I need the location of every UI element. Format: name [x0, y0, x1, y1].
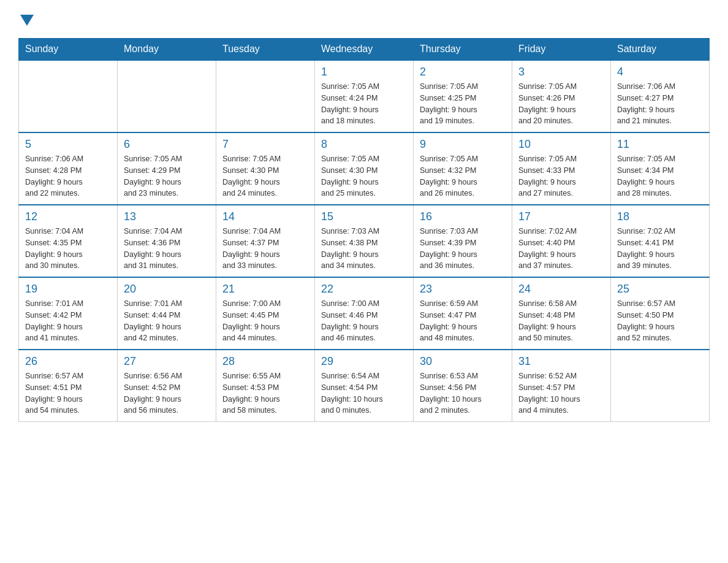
- day-info: Sunrise: 7:06 AM Sunset: 4:28 PM Dayligh…: [25, 153, 111, 199]
- week-row-2: 5Sunrise: 7:06 AM Sunset: 4:28 PM Daylig…: [19, 132, 710, 205]
- day-number: 13: [124, 210, 210, 223]
- day-number: 24: [518, 283, 604, 296]
- day-info: Sunrise: 7:04 AM Sunset: 4:37 PM Dayligh…: [222, 226, 308, 272]
- calendar-cell: 28Sunrise: 6:55 AM Sunset: 4:53 PM Dayli…: [216, 350, 315, 422]
- day-number: 29: [321, 355, 407, 368]
- day-number: 27: [124, 355, 210, 368]
- calendar-cell: 29Sunrise: 6:54 AM Sunset: 4:54 PM Dayli…: [315, 350, 414, 422]
- calendar-cell: [118, 60, 216, 132]
- day-number: 16: [420, 210, 506, 223]
- day-number: 10: [518, 138, 604, 151]
- day-number: 18: [617, 210, 703, 223]
- day-info: Sunrise: 7:03 AM Sunset: 4:39 PM Dayligh…: [420, 226, 506, 272]
- calendar-cell: 22Sunrise: 7:00 AM Sunset: 4:46 PM Dayli…: [315, 277, 414, 350]
- column-header-thursday: Thursday: [414, 39, 512, 61]
- day-number: 15: [321, 210, 407, 223]
- day-info: Sunrise: 6:58 AM Sunset: 4:48 PM Dayligh…: [518, 298, 604, 344]
- day-number: 19: [25, 283, 111, 296]
- calendar-cell: 14Sunrise: 7:04 AM Sunset: 4:37 PM Dayli…: [216, 205, 315, 277]
- day-number: 14: [222, 210, 308, 223]
- day-number: 20: [124, 283, 210, 296]
- calendar-cell: 18Sunrise: 7:02 AM Sunset: 4:41 PM Dayli…: [611, 205, 710, 277]
- calendar-cell: [19, 60, 118, 132]
- calendar-cell: 10Sunrise: 7:05 AM Sunset: 4:33 PM Dayli…: [512, 132, 611, 205]
- calendar-cell: 23Sunrise: 6:59 AM Sunset: 4:47 PM Dayli…: [414, 277, 512, 350]
- calendar-cell: [611, 350, 710, 422]
- calendar-cell: 25Sunrise: 6:57 AM Sunset: 4:50 PM Dayli…: [611, 277, 710, 350]
- day-number: 22: [321, 283, 407, 296]
- day-number: 23: [420, 283, 506, 296]
- day-number: 2: [420, 66, 506, 79]
- day-info: Sunrise: 7:00 AM Sunset: 4:46 PM Dayligh…: [321, 298, 407, 344]
- day-info: Sunrise: 7:05 AM Sunset: 4:29 PM Dayligh…: [124, 153, 210, 199]
- day-info: Sunrise: 6:57 AM Sunset: 4:50 PM Dayligh…: [617, 298, 703, 344]
- day-info: Sunrise: 6:52 AM Sunset: 4:57 PM Dayligh…: [518, 370, 604, 416]
- calendar-cell: 6Sunrise: 7:05 AM Sunset: 4:29 PM Daylig…: [118, 132, 216, 205]
- calendar-cell: 31Sunrise: 6:52 AM Sunset: 4:57 PM Dayli…: [512, 350, 611, 422]
- column-header-wednesday: Wednesday: [315, 39, 414, 61]
- day-info: Sunrise: 7:01 AM Sunset: 4:42 PM Dayligh…: [25, 298, 111, 344]
- day-info: Sunrise: 7:05 AM Sunset: 4:25 PM Dayligh…: [420, 81, 506, 127]
- calendar-cell: 5Sunrise: 7:06 AM Sunset: 4:28 PM Daylig…: [19, 132, 118, 205]
- calendar-cell: 8Sunrise: 7:05 AM Sunset: 4:30 PM Daylig…: [315, 132, 414, 205]
- day-number: 6: [124, 138, 210, 151]
- day-number: 4: [617, 66, 703, 79]
- day-info: Sunrise: 7:03 AM Sunset: 4:38 PM Dayligh…: [321, 226, 407, 272]
- week-row-1: 1Sunrise: 7:05 AM Sunset: 4:24 PM Daylig…: [19, 60, 710, 132]
- calendar-cell: 11Sunrise: 7:05 AM Sunset: 4:34 PM Dayli…: [611, 132, 710, 205]
- day-number: 1: [321, 66, 407, 79]
- day-info: Sunrise: 7:00 AM Sunset: 4:45 PM Dayligh…: [222, 298, 308, 344]
- column-header-saturday: Saturday: [611, 39, 710, 61]
- calendar-cell: 9Sunrise: 7:05 AM Sunset: 4:32 PM Daylig…: [414, 132, 512, 205]
- day-info: Sunrise: 7:05 AM Sunset: 4:34 PM Dayligh…: [617, 153, 703, 199]
- calendar-cell: 20Sunrise: 7:01 AM Sunset: 4:44 PM Dayli…: [118, 277, 216, 350]
- calendar-cell: 12Sunrise: 7:04 AM Sunset: 4:35 PM Dayli…: [19, 205, 118, 277]
- svg-marker-0: [20, 15, 34, 26]
- day-info: Sunrise: 6:59 AM Sunset: 4:47 PM Dayligh…: [420, 298, 506, 344]
- day-info: Sunrise: 6:56 AM Sunset: 4:52 PM Dayligh…: [124, 370, 210, 416]
- day-number: 17: [518, 210, 604, 223]
- column-header-tuesday: Tuesday: [216, 39, 315, 61]
- day-number: 30: [420, 355, 506, 368]
- week-row-5: 26Sunrise: 6:57 AM Sunset: 4:51 PM Dayli…: [19, 350, 710, 422]
- day-number: 9: [420, 138, 506, 151]
- calendar-cell: 17Sunrise: 7:02 AM Sunset: 4:40 PM Dayli…: [512, 205, 611, 277]
- calendar-cell: 21Sunrise: 7:00 AM Sunset: 4:45 PM Dayli…: [216, 277, 315, 350]
- calendar-cell: 26Sunrise: 6:57 AM Sunset: 4:51 PM Dayli…: [19, 350, 118, 422]
- day-info: Sunrise: 7:05 AM Sunset: 4:24 PM Dayligh…: [321, 81, 407, 127]
- calendar-cell: 13Sunrise: 7:04 AM Sunset: 4:36 PM Dayli…: [118, 205, 216, 277]
- day-number: 21: [222, 283, 308, 296]
- calendar-cell: 24Sunrise: 6:58 AM Sunset: 4:48 PM Dayli…: [512, 277, 611, 350]
- day-info: Sunrise: 7:05 AM Sunset: 4:30 PM Dayligh…: [222, 153, 308, 199]
- calendar-cell: [216, 60, 315, 132]
- day-info: Sunrise: 7:05 AM Sunset: 4:30 PM Dayligh…: [321, 153, 407, 199]
- logo: [18, 12, 34, 26]
- calendar-cell: 19Sunrise: 7:01 AM Sunset: 4:42 PM Dayli…: [19, 277, 118, 350]
- week-row-4: 19Sunrise: 7:01 AM Sunset: 4:42 PM Dayli…: [19, 277, 710, 350]
- column-header-friday: Friday: [512, 39, 611, 61]
- calendar-cell: 4Sunrise: 7:06 AM Sunset: 4:27 PM Daylig…: [611, 60, 710, 132]
- day-number: 25: [617, 283, 703, 296]
- day-number: 31: [518, 355, 604, 368]
- week-row-3: 12Sunrise: 7:04 AM Sunset: 4:35 PM Dayli…: [19, 205, 710, 277]
- day-number: 12: [25, 210, 111, 223]
- day-info: Sunrise: 7:04 AM Sunset: 4:35 PM Dayligh…: [25, 226, 111, 272]
- day-info: Sunrise: 7:05 AM Sunset: 4:32 PM Dayligh…: [420, 153, 506, 199]
- day-info: Sunrise: 7:02 AM Sunset: 4:41 PM Dayligh…: [617, 226, 703, 272]
- day-number: 5: [25, 138, 111, 151]
- day-info: Sunrise: 7:05 AM Sunset: 4:26 PM Dayligh…: [518, 81, 604, 127]
- logo-arrow-icon: [20, 15, 34, 26]
- column-header-monday: Monday: [118, 39, 216, 61]
- page-header: [18, 12, 710, 26]
- day-info: Sunrise: 6:53 AM Sunset: 4:56 PM Dayligh…: [420, 370, 506, 416]
- calendar-cell: 30Sunrise: 6:53 AM Sunset: 4:56 PM Dayli…: [414, 350, 512, 422]
- calendar-cell: 16Sunrise: 7:03 AM Sunset: 4:39 PM Dayli…: [414, 205, 512, 277]
- day-number: 8: [321, 138, 407, 151]
- day-info: Sunrise: 7:02 AM Sunset: 4:40 PM Dayligh…: [518, 226, 604, 272]
- calendar-cell: 7Sunrise: 7:05 AM Sunset: 4:30 PM Daylig…: [216, 132, 315, 205]
- day-info: Sunrise: 6:55 AM Sunset: 4:53 PM Dayligh…: [222, 370, 308, 416]
- day-number: 7: [222, 138, 308, 151]
- calendar-cell: 3Sunrise: 7:05 AM Sunset: 4:26 PM Daylig…: [512, 60, 611, 132]
- day-info: Sunrise: 7:01 AM Sunset: 4:44 PM Dayligh…: [124, 298, 210, 344]
- day-number: 28: [222, 355, 308, 368]
